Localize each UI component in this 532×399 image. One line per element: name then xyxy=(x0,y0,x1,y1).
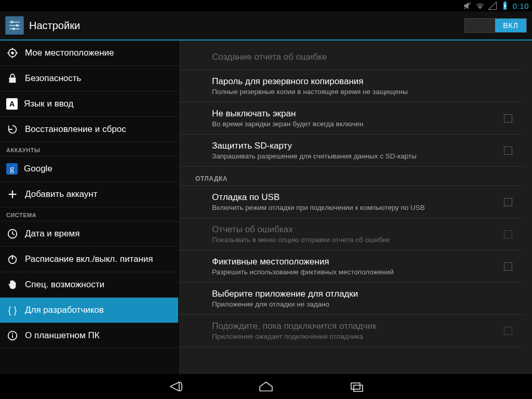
row-subtitle: Запрашивать разрешение для считывания да… xyxy=(212,152,515,160)
row-wait-debugger[interactable]: Подождите, пока подключится отладчик При… xyxy=(179,315,524,347)
checkbox[interactable] xyxy=(504,262,512,271)
row-subtitle: Во время зарядки экран будет всегда вклю… xyxy=(212,120,515,128)
sidebar-item-label: Для разработчиков xyxy=(25,305,104,315)
google-icon: g xyxy=(6,163,18,175)
settings-content: Создание отчета об ошибке Пароль для рез… xyxy=(179,41,532,374)
toggle-on-label: ВКЛ xyxy=(495,19,526,32)
cell-signal-icon xyxy=(488,1,497,10)
home-button[interactable] xyxy=(255,378,277,395)
sidebar-item-label: О планшетном ПК xyxy=(25,330,100,341)
sidebar-item-label: Google xyxy=(24,164,52,174)
row-subtitle: Включить режим отладки при подключении к… xyxy=(212,204,515,211)
mute-icon xyxy=(463,1,472,10)
checkbox[interactable] xyxy=(504,327,512,335)
plus-icon xyxy=(6,188,19,201)
settings-sidebar: Мое местоположение Безопасность A Язык и… xyxy=(0,41,179,374)
svg-point-22 xyxy=(12,333,13,334)
sidebar-item-label: Дата и время xyxy=(25,229,79,239)
sidebar-item-developer[interactable]: { } Для разработчиков xyxy=(0,298,178,323)
row-usb-debug[interactable]: Отладка по USB Включить режим отладки пр… xyxy=(179,186,524,218)
row-title: Пароль для резервного копирования xyxy=(212,76,515,87)
row-subtitle: Разрешить использование фиктивных местоп… xyxy=(212,268,515,276)
svg-point-7 xyxy=(16,24,18,27)
braces-icon: { } xyxy=(6,304,19,316)
sidebar-item-label: Расписание вкл./выкл. питания xyxy=(25,254,153,264)
navigation-bar xyxy=(0,374,532,399)
row-title: Защитить SD-карту xyxy=(212,141,515,151)
row-subtitle: Приложение ожидает подключения отладчика xyxy=(212,332,515,340)
row-title: Создание отчета об ошибке xyxy=(212,52,515,62)
row-subtitle: Показывать в меню опцию отправки отчета … xyxy=(212,236,515,244)
clock-icon xyxy=(6,228,19,240)
sidebar-item-power-schedule[interactable]: Расписание вкл./выкл. питания xyxy=(0,247,178,272)
row-title: Фиктивные местоположения xyxy=(212,257,515,267)
row-subtitle: Приложение для отладки не задано xyxy=(212,300,515,308)
row-title: Отчеты об ошибках xyxy=(212,224,515,235)
row-bug-report-menu[interactable]: Отчеты об ошибках Показывать в меню опци… xyxy=(179,218,524,250)
sidebar-item-location[interactable]: Мое местоположение xyxy=(0,41,178,66)
row-title: Отладка по USB xyxy=(212,192,515,203)
svg-rect-24 xyxy=(351,383,360,389)
svg-rect-2 xyxy=(504,2,506,3)
row-protect-sd[interactable]: Защитить SD-карту Запрашивать разрешение… xyxy=(179,135,524,167)
svg-rect-15 xyxy=(9,77,16,83)
row-backup-password[interactable]: Пароль для резервного копирования Полные… xyxy=(179,70,524,102)
sidebar-section-accounts: АККАУНТЫ xyxy=(0,142,178,156)
svg-rect-23 xyxy=(12,335,13,338)
sidebar-item-google[interactable]: g Google xyxy=(0,156,178,182)
sidebar-item-language[interactable]: A Язык и ввод xyxy=(0,91,178,117)
checkbox[interactable] xyxy=(504,198,512,206)
row-title: Подождите, пока подключится отладчик xyxy=(212,321,515,331)
sidebar-item-add-account[interactable]: Добавить аккаунт xyxy=(0,182,178,207)
status-bar: 0:10 xyxy=(0,0,532,11)
checkbox[interactable] xyxy=(504,230,512,238)
recents-button[interactable] xyxy=(345,378,368,395)
row-mock-locations[interactable]: Фиктивные местоположения Разрешить испол… xyxy=(179,250,524,283)
back-button[interactable] xyxy=(164,378,187,395)
checkbox[interactable] xyxy=(504,147,512,155)
action-bar: Настройки ВКЛ xyxy=(0,11,532,41)
checkbox[interactable] xyxy=(504,114,512,123)
page-title: Настройки xyxy=(29,20,80,32)
sidebar-item-label: Восстановление и сброс xyxy=(25,124,126,135)
wifi-icon xyxy=(475,1,485,10)
sidebar-item-label: Спец. возможности xyxy=(25,280,104,290)
sidebar-item-backup-reset[interactable]: Восстановление и сброс xyxy=(0,117,178,142)
language-icon: A xyxy=(6,98,18,110)
power-icon xyxy=(6,253,19,265)
svg-rect-25 xyxy=(354,385,363,391)
sidebar-item-label: Язык и ввод xyxy=(24,99,74,109)
status-clock: 0:10 xyxy=(513,2,529,10)
info-icon xyxy=(6,329,19,342)
settings-app-icon xyxy=(5,16,24,35)
svg-point-8 xyxy=(12,28,15,30)
backup-icon xyxy=(6,123,19,136)
svg-point-6 xyxy=(11,21,14,23)
row-bug-report[interactable]: Создание отчета об ошибке xyxy=(179,46,524,70)
battery-charging-icon xyxy=(500,1,510,10)
row-subtitle: Полные резервные копии в настоящее время… xyxy=(212,88,515,96)
developer-options-toggle[interactable]: ВКЛ xyxy=(464,18,527,33)
sidebar-item-label: Добавить аккаунт xyxy=(25,189,98,200)
section-debug-header: ОТЛАДКА xyxy=(179,169,524,186)
lock-icon xyxy=(6,72,19,85)
sidebar-item-about[interactable]: О планшетном ПК xyxy=(0,323,178,349)
row-select-debug-app[interactable]: Выберите приложение для отладки Приложен… xyxy=(179,283,524,315)
row-title: Не выключать экран xyxy=(212,109,515,119)
sidebar-item-label: Мое местоположение xyxy=(25,48,114,58)
sidebar-item-security[interactable]: Безопасность xyxy=(0,66,178,91)
sidebar-section-system: СИСТЕМА xyxy=(0,207,178,221)
sidebar-item-accessibility[interactable]: Спец. возможности xyxy=(0,272,178,298)
row-title: Выберите приложение для отладки xyxy=(212,289,515,299)
row-stay-awake[interactable]: Не выключать экран Во время зарядки экра… xyxy=(179,102,524,135)
svg-point-10 xyxy=(11,51,14,55)
location-icon xyxy=(6,47,19,59)
hand-icon xyxy=(6,278,19,291)
sidebar-item-datetime[interactable]: Дата и время xyxy=(0,221,178,247)
sidebar-item-label: Безопасность xyxy=(25,73,81,84)
